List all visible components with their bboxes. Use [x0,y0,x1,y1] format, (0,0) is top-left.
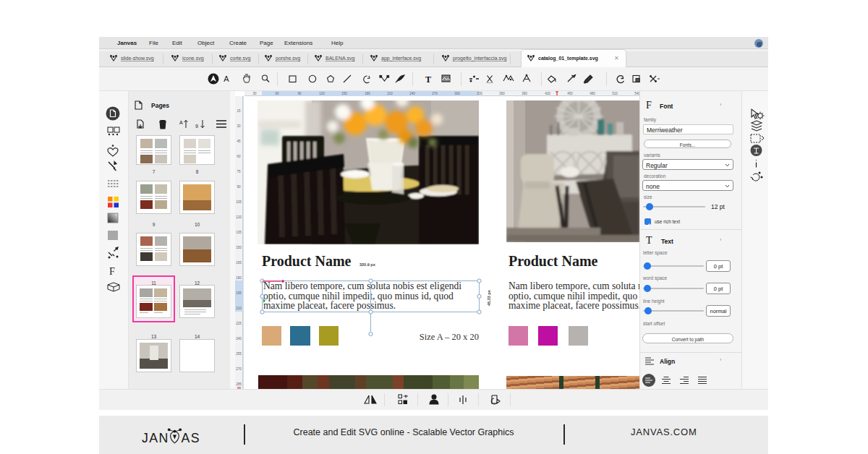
svg-text:150: 150 [341,92,347,95]
svg-text:9: 9 [195,124,198,129]
svg-text:180: 180 [236,276,242,280]
svg-text:60: 60 [275,92,279,95]
svg-text:255: 255 [236,352,242,356]
svg-text:45: 45 [237,140,241,143]
svg-text:195: 195 [236,291,242,295]
svg-text:270: 270 [236,367,242,371]
svg-text:240: 240 [236,337,242,340]
svg-text:15: 15 [237,109,241,113]
svg-text:165: 165 [236,261,242,265]
svg-text:285: 285 [236,382,242,386]
svg-text:T: T [425,74,431,85]
svg-text:360: 360 [499,92,505,95]
svg-text:270: 270 [432,92,438,95]
svg-text:105: 105 [236,200,242,204]
svg-text:90: 90 [237,185,241,189]
svg-text:F: F [109,266,115,277]
svg-text:240: 240 [409,92,415,95]
svg-text:30: 30 [252,92,257,95]
svg-text:120: 120 [319,92,325,95]
svg-text:A: A [224,74,229,83]
svg-text:300: 300 [454,92,460,95]
svg-text:330: 330 [477,92,482,95]
svg-text:540: 540 [634,92,639,95]
svg-text:135: 135 [236,231,242,234]
svg-text:180: 180 [365,92,370,95]
svg-text:75: 75 [237,170,241,174]
svg-text:450: 450 [567,92,573,95]
svg-text:120: 120 [236,215,242,219]
svg-text:420: 420 [545,92,550,95]
svg-text:Pages: Pages [151,102,169,109]
svg-text:AS: AS [182,431,200,445]
svg-text:390: 390 [522,92,527,95]
svg-text:225: 225 [236,322,242,325]
svg-text:150: 150 [236,246,242,249]
svg-text:A: A [179,120,183,125]
svg-text:90: 90 [297,92,302,95]
svg-text:30: 30 [237,124,241,128]
svg-text:480: 480 [590,92,595,95]
svg-text:60: 60 [237,155,241,158]
svg-text:510: 510 [612,92,618,95]
svg-text:210: 210 [236,307,242,310]
svg-text:210: 210 [387,92,393,95]
svg-text:JAN: JAN [142,431,169,445]
